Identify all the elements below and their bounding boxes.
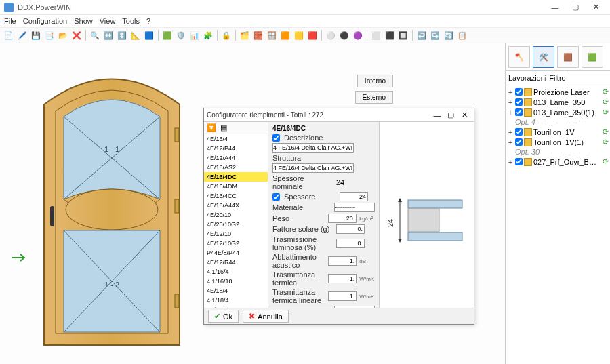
refresh-icon[interactable]: ⟳ [603, 108, 609, 117]
tree-checkbox[interactable] [515, 98, 523, 106]
filter-icon[interactable]: ▤ [220, 123, 227, 132]
tool-icon[interactable]: 🛡️ [175, 29, 187, 41]
expand-icon[interactable]: + [507, 158, 514, 166]
tool-icon[interactable]: ↩️ [415, 29, 428, 41]
esterno-button[interactable]: Esterno [355, 91, 393, 104]
tool-icon[interactable]: ↔️ [102, 29, 115, 41]
menu-view[interactable]: View [100, 17, 116, 25]
tool-icon[interactable]: ↪️ [429, 29, 441, 41]
menu-tools[interactable]: Tools [122, 17, 140, 25]
descrizione-checkbox[interactable] [272, 134, 280, 142]
tool-icon[interactable]: 🔒 [220, 29, 232, 41]
canvas[interactable]: Interno Esterno 1 - 1 [0, 43, 505, 364]
trasmittanza-lineare-input[interactable] [328, 291, 357, 301]
tree-checkbox[interactable] [515, 88, 523, 96]
spessore-checkbox[interactable] [272, 193, 280, 201]
abbattimento-input[interactable] [328, 256, 357, 266]
tool-icon[interactable]: 📋 [456, 29, 468, 41]
tree-row[interactable]: Opt. 4 — — — — — [507, 117, 609, 127]
dialog-list-item[interactable]: 4E/16/4CC [204, 191, 268, 201]
dialog-list-item[interactable]: 4.1/16/10 [204, 277, 268, 286]
tool-icon[interactable]: ↕️ [116, 29, 128, 41]
tool-icon[interactable]: 🧱 [252, 29, 264, 41]
tool-icon[interactable]: 🟨 [293, 29, 305, 41]
trasmittanza-input[interactable] [328, 274, 357, 283]
tool3d-icon[interactable]: 🛠️ [533, 46, 554, 68]
tool-icon[interactable]: ❌ [70, 29, 83, 41]
menu-show[interactable]: Show [74, 17, 93, 25]
fattore-solare-input[interactable] [336, 224, 365, 234]
dialog-list-item[interactable]: 4E/16/A44X [204, 201, 268, 210]
minimize-button[interactable]: — [545, 1, 565, 14]
dialog-minimize-button[interactable]: — [430, 111, 444, 119]
peso-input[interactable] [328, 214, 357, 223]
dialog-list-item[interactable]: 4E/16/AS2 [204, 163, 268, 172]
expand-icon[interactable]: + [507, 138, 514, 146]
dialog-list-item[interactable]: 4E/16/4DM [204, 182, 268, 191]
tool-icon[interactable]: 📄 [3, 29, 15, 41]
ok-button[interactable]: ✔Ok [208, 310, 239, 323]
tool-icon[interactable]: ⚪ [325, 29, 337, 41]
tool-icon[interactable]: ⬜ [370, 29, 382, 41]
tool-icon[interactable]: 🟦 [143, 29, 155, 41]
annulla-button[interactable]: ✖Annulla [243, 310, 289, 323]
tool-icon[interactable]: 🗂️ [239, 29, 251, 41]
menu-configuration[interactable]: Configuration [23, 17, 67, 25]
dialog-list-item[interactable]: 4E/12/R44 [204, 258, 268, 267]
tool-icon[interactable]: ⬛ [384, 29, 396, 41]
menu-file[interactable]: File [4, 17, 16, 25]
lavorazioni-tree[interactable]: +Proiezione Laser⟳+013_Lame_350⟳+013_Lam… [506, 85, 610, 364]
dialog-list-header[interactable]: 🔽 ▤ [204, 122, 268, 134]
filtro-input[interactable] [569, 73, 610, 83]
dialog-list-item[interactable]: 4E/12/A44 [204, 153, 268, 163]
tree-checkbox[interactable] [515, 128, 523, 136]
trasmissione-luminosa-input[interactable] [336, 239, 365, 248]
tool-icon[interactable]: 💾 [30, 29, 42, 41]
expand-icon[interactable]: + [507, 128, 514, 136]
tool-icon[interactable]: 🟣 [352, 29, 364, 41]
tool-icon[interactable]: 🪟 [266, 29, 278, 41]
dialog-list-item[interactable]: 4E/16/4 [204, 134, 268, 144]
tree-row[interactable]: +Proiezione Laser⟳ [507, 87, 609, 97]
tool-icon[interactable]: 📊 [188, 29, 201, 41]
menu-help[interactable]: ? [146, 17, 150, 25]
expand-icon[interactable]: + [507, 98, 514, 106]
descrizione-input[interactable] [272, 143, 354, 153]
refresh-icon[interactable]: ⟳ [603, 98, 609, 106]
dialog-list-item[interactable]: 4.1/16/4 [204, 267, 268, 277]
tree-row[interactable]: +013_Lame_350⟳ [507, 97, 609, 107]
close-button[interactable]: ✕ [586, 1, 606, 14]
tool-icon[interactable]: 🧩 [202, 29, 214, 41]
tree-row[interactable]: +Tourillon_1V⟳ [507, 127, 609, 137]
tree-checkbox[interactable] [515, 158, 523, 165]
dialog-list-item[interactable]: 4E/12/10 [204, 229, 268, 239]
refresh-icon[interactable]: ⟳ [603, 127, 609, 136]
tool-icon[interactable]: 🔄 [443, 29, 455, 41]
dialog-list-item[interactable]: 4E/18/4 [204, 286, 268, 296]
tree-row[interactable]: +Tourillon_1V(1)⟳ [507, 137, 609, 147]
dialog-list-item[interactable]: 4E/20/10G2 [204, 220, 268, 229]
tree-row[interactable]: Opt. 30 — — — — — [507, 147, 609, 157]
dialog-list-item[interactable]: 4E/16/4DC [204, 172, 268, 182]
tool3d-icon[interactable]: 🪓 [508, 46, 530, 68]
tree-checkbox[interactable] [515, 108, 523, 116]
filter-icon[interactable]: 🔽 [207, 123, 216, 132]
materiale-input[interactable] [334, 203, 375, 212]
dialog-list-item[interactable]: P44E/8/P44 [204, 248, 268, 258]
dialog-close-button[interactable]: ✕ [458, 110, 471, 119]
refresh-icon[interactable]: ⟳ [603, 138, 609, 146]
dialog-maximize-button[interactable]: ▢ [444, 110, 458, 119]
tree-row[interactable]: +013_Lame_350(1)⟳ [507, 107, 609, 117]
dialog-titlebar[interactable]: Configuratore riempimenti - Totali : 272… [204, 108, 474, 122]
tool3d-icon[interactable]: 🟫 [557, 46, 579, 68]
tree-checkbox[interactable] [515, 138, 523, 146]
dialog-list-item[interactable]: 4E/20/10 [204, 210, 268, 220]
dialog-list-item[interactable]: 4E/12/10G2 [204, 239, 268, 248]
tool-icon[interactable]: 🖊️ [16, 29, 28, 41]
tool-icon[interactable]: 🟩 [161, 29, 174, 41]
tool3d-icon[interactable]: 🟩 [582, 46, 603, 68]
tool-icon[interactable]: 📐 [129, 29, 142, 41]
struttura-input[interactable] [272, 163, 354, 173]
tool-icon[interactable]: 📂 [57, 29, 69, 41]
dialog-list[interactable]: 🔽 ▤ 4E/16/44E/12/P444E/12/A444E/16/AS24E… [204, 122, 268, 308]
